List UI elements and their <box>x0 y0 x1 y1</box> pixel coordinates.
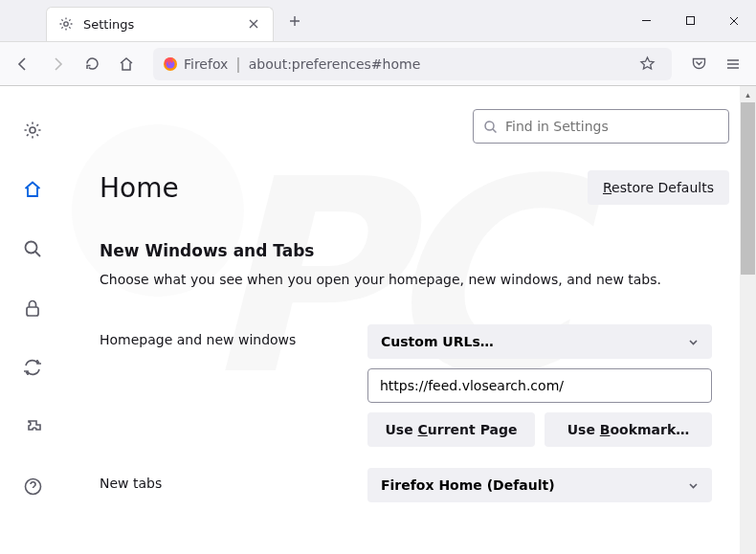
firefox-icon <box>163 56 178 72</box>
sidebar-item-general[interactable] <box>15 113 50 147</box>
newtabs-select[interactable]: Firefox Home (Default) <box>367 468 712 502</box>
url-bar[interactable]: Firefox | about:preferences#home <box>153 48 672 80</box>
gear-icon <box>58 16 74 32</box>
sidebar-item-privacy[interactable] <box>15 291 50 325</box>
sidebar-item-sync[interactable] <box>15 350 50 385</box>
svg-rect-6 <box>27 307 38 316</box>
maximize-button[interactable] <box>668 0 712 42</box>
settings-search[interactable] <box>473 109 729 144</box>
section-title: New Windows and Tabs <box>100 241 729 260</box>
svg-rect-1 <box>686 17 694 25</box>
identity-box[interactable]: Firefox <box>163 56 228 72</box>
urlbar-separator: | <box>235 55 240 73</box>
svg-point-4 <box>30 127 35 133</box>
search-input[interactable] <box>505 119 719 134</box>
browser-tab[interactable]: Settings <box>46 7 274 41</box>
new-tab-button[interactable] <box>281 8 308 34</box>
restore-defaults-button[interactable]: Restore Defaults <box>588 170 729 205</box>
scrollbar-thumb[interactable] <box>741 102 755 275</box>
window-close-button[interactable] <box>712 0 756 42</box>
use-bookmark-button[interactable]: Use Bookmark… <box>545 412 712 447</box>
sidebar-item-extensions[interactable] <box>15 410 50 444</box>
window-controls <box>624 0 756 42</box>
bookmark-star-icon[interactable] <box>632 49 662 79</box>
chevron-down-icon <box>688 337 699 347</box>
sidebar-item-home[interactable] <box>15 172 50 207</box>
select-value: Custom URLs… <box>381 334 494 349</box>
forward-button[interactable] <box>42 49 73 79</box>
toolbar: Firefox | about:preferences#home <box>0 42 756 86</box>
minimize-button[interactable] <box>624 0 668 42</box>
section-description: Choose what you see when you open your h… <box>100 270 729 290</box>
pocket-icon[interactable] <box>683 49 714 79</box>
close-icon[interactable] <box>246 16 261 32</box>
settings-main: Home Restore Defaults New Windows and Ta… <box>65 86 756 554</box>
tab-title: Settings <box>83 17 236 32</box>
newtabs-label: New tabs <box>100 468 348 491</box>
titlebar: Settings <box>0 0 756 42</box>
scroll-up-icon[interactable]: ▴ <box>740 86 756 102</box>
sidebar-item-search[interactable] <box>15 232 50 266</box>
scrollbar[interactable]: ▴ <box>740 86 756 554</box>
home-button[interactable] <box>111 49 142 79</box>
url-text: about:preferences#home <box>249 56 421 72</box>
select-value: Firefox Home (Default) <box>381 477 555 493</box>
use-current-page-button[interactable]: Use Current Page <box>367 412 535 447</box>
svg-point-5 <box>26 242 37 254</box>
search-icon <box>483 120 498 134</box>
homepage-label: Homepage and new windows <box>100 324 348 347</box>
menu-button[interactable] <box>718 49 748 79</box>
svg-point-0 <box>64 22 68 26</box>
back-button[interactable] <box>8 49 38 79</box>
svg-point-8 <box>485 122 494 130</box>
page-title: Home <box>100 172 179 204</box>
sidebar-item-help[interactable] <box>15 469 50 503</box>
settings-sidebar <box>0 86 65 554</box>
identity-label: Firefox <box>184 56 228 72</box>
homepage-url-input[interactable] <box>367 368 712 403</box>
homepage-mode-select[interactable]: Custom URLs… <box>367 324 712 359</box>
reload-button[interactable] <box>77 49 107 79</box>
chevron-down-icon <box>688 480 699 491</box>
